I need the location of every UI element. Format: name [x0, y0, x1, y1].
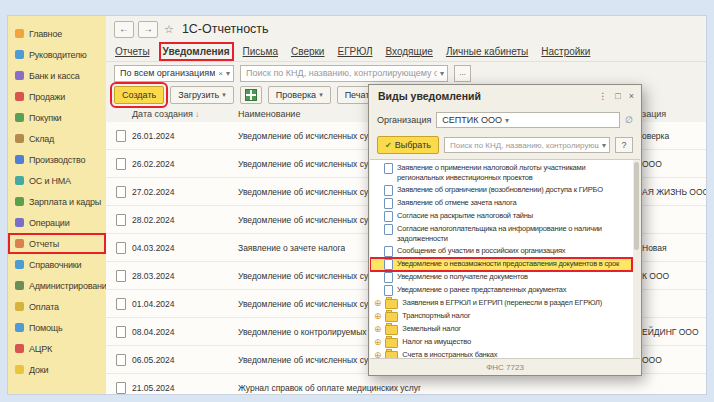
filter-bar: По всем организациям × ▾ ▾ ... [106, 62, 706, 84]
favorite-star-icon[interactable]: ☆ [164, 23, 174, 36]
document-icon [116, 242, 126, 254]
column-header-name[interactable]: Наименование [238, 109, 300, 119]
sidebar-item-salary-hr[interactable]: Зарплата и кадры [8, 191, 106, 212]
notification-group[interactable]: ⊕Счета в иностранных банках [370, 349, 632, 359]
sidebar-item-catalogs[interactable]: Справочники [8, 254, 106, 275]
expand-icon[interactable]: ⊕ [374, 298, 381, 308]
notification-type-item[interactable]: Заявление о применении налоговой льготы … [370, 162, 632, 184]
organization-filter[interactable]: По всем организациям × ▾ [114, 65, 234, 82]
tab-notifications[interactable]: Уведомления [163, 46, 230, 57]
sidebar-item-bank[interactable]: Банк и касса [8, 65, 106, 86]
sidebar-item-help[interactable]: Помощь [8, 317, 106, 338]
search-input[interactable] [246, 68, 437, 78]
sidebar-item-reports[interactable]: Отчеты [8, 233, 106, 254]
notification-type-item[interactable]: Согласие на раскрытие налоговой тайны [370, 210, 632, 223]
back-button[interactable]: ← [114, 21, 134, 38]
spreadsheet-button[interactable] [240, 86, 262, 104]
sidebar-item-payment[interactable]: Оплата [8, 296, 106, 317]
notification-type-item[interactable]: Заявление об отмене зачета налога [370, 197, 632, 210]
organization-select[interactable]: СЕПТИК ООО ▾ [436, 112, 620, 128]
item-label: Земельный налог [402, 324, 461, 334]
create-button[interactable]: Создать [114, 86, 164, 104]
document-icon [116, 382, 126, 394]
search-field[interactable]: ▾ [240, 65, 448, 82]
sidebar-item-operations[interactable]: Операции [8, 212, 106, 233]
expand-icon[interactable]: ⊕ [374, 337, 381, 347]
maximize-icon[interactable]: □ [615, 91, 620, 101]
item-label: Согласие на раскрытие налоговой тайны [397, 211, 533, 221]
sidebar-item-label: Оплата [29, 302, 59, 312]
chevron-down-icon[interactable]: ▾ [440, 69, 444, 78]
scrollbar-thumb[interactable] [634, 162, 639, 250]
notification-type-item[interactable]: Уведомление о ранее представленных докум… [370, 284, 632, 297]
choose-button[interactable]: ✔ Выбрать [377, 136, 439, 154]
check-button-label: Проверка [276, 90, 316, 100]
dialog-title: Виды уведомлений [378, 90, 590, 102]
sidebar-item-home[interactable]: Главное [8, 23, 106, 44]
sidebar-item-warehouse[interactable]: Склад [8, 128, 106, 149]
sidebar-item-label: Отчеты [29, 239, 59, 249]
chevron-down-icon[interactable]: ▾ [602, 141, 606, 150]
notification-group[interactable]: ⊕Налог на имущество [370, 336, 632, 349]
more-options-button[interactable]: ... [454, 65, 471, 82]
notification-group[interactable]: ⊕Транспортный налог [370, 310, 632, 323]
sidebar-item-docs[interactable]: Доки [8, 359, 106, 380]
forward-button[interactable]: → [138, 21, 158, 38]
item-label: Налог на имущество [402, 337, 471, 347]
tab-egrul[interactable]: ЕГРЮЛ [337, 46, 372, 57]
chevron-down-icon[interactable]: ▾ [505, 116, 509, 125]
empty-set-icon[interactable]: ∅ [625, 115, 633, 125]
dialog-search-field[interactable]: ▾ [444, 137, 610, 153]
check-button[interactable]: Проверка ▾ [268, 86, 331, 104]
expand-icon[interactable]: ⊕ [374, 324, 381, 334]
table-row[interactable]: 21.05.2024Журнал справок об оплате медиц… [106, 374, 706, 394]
folder-icon [385, 338, 398, 348]
notification-group[interactable]: ⊕Заявления в ЕГРЮЛ и ЕГРИП (перенесли в … [370, 297, 632, 310]
sidebar-item-label: Склад [29, 134, 54, 144]
dialog-search-input[interactable] [450, 141, 599, 150]
bank-icon [15, 71, 24, 80]
tab-personal-accounts[interactable]: Личные кабинеты [446, 46, 528, 57]
sidebar-item-label: Операции [29, 218, 70, 228]
sidebar-item-administration[interactable]: Администрирование [8, 275, 106, 296]
cell-date: 01.04.2024 [132, 299, 175, 309]
expand-icon[interactable]: ⊕ [374, 311, 381, 321]
folder-icon [385, 325, 398, 335]
tab-reports[interactable]: Отчеты [115, 46, 150, 57]
column-header-date[interactable]: Дата создания↓ [132, 109, 199, 119]
clear-icon[interactable]: × [218, 69, 223, 78]
close-icon[interactable]: × [629, 91, 634, 101]
document-icon [384, 285, 393, 296]
notification-type-item[interactable]: Уведомление о невозможности предоставлен… [370, 258, 632, 271]
cell-organization-fragment: Новая [642, 243, 667, 253]
sidebar-item-production[interactable]: Производство [8, 149, 106, 170]
notification-type-item[interactable]: Согласие налогоплательщика на информиров… [370, 223, 632, 245]
tab-settings[interactable]: Настройки [541, 46, 590, 57]
sidebar-item-label: Главное [29, 29, 62, 39]
sidebar-item-purchases[interactable]: Покупки [8, 107, 106, 128]
sidebar-item-manager[interactable]: Руководителю [8, 44, 106, 65]
sidebar-item-sales[interactable]: Продажи [8, 86, 106, 107]
chevron-down-icon[interactable]: ▾ [226, 69, 230, 78]
expand-icon[interactable]: ⊕ [374, 350, 381, 359]
tab-reconciliations[interactable]: Сверки [291, 46, 325, 57]
document-icon [384, 224, 393, 235]
scrollbar[interactable] [633, 160, 640, 358]
sidebar-item-label: Продажи [29, 92, 65, 102]
notification-type-item[interactable]: Заявление об ограничении (возобновлении)… [370, 184, 632, 197]
item-label: Заявление о применении налоговой льготы … [397, 163, 628, 183]
document-icon [384, 211, 393, 222]
notification-type-item[interactable]: Уведомление о получателе документов [370, 271, 632, 284]
item-label: Уведомление о ранее представленных докум… [397, 285, 566, 295]
production-icon [15, 155, 24, 164]
more-menu-icon[interactable]: ⋮ [598, 91, 607, 101]
sidebar-item-fixed-assets[interactable]: ОС и НМА [8, 170, 106, 191]
notification-group[interactable]: ⊕Земельный налог [370, 323, 632, 336]
sidebar-item-acrk[interactable]: АЦРК [8, 338, 106, 359]
load-button[interactable]: Загрузить ▾ [170, 86, 234, 104]
sidebar-item-label: Администрирование [29, 281, 106, 291]
tab-inbox[interactable]: Входящие [385, 46, 432, 57]
notification-type-item[interactable]: Сообщение об участии в российских органи… [370, 245, 632, 258]
tab-letters[interactable]: Письма [243, 46, 278, 57]
help-button[interactable]: ? [615, 137, 633, 153]
